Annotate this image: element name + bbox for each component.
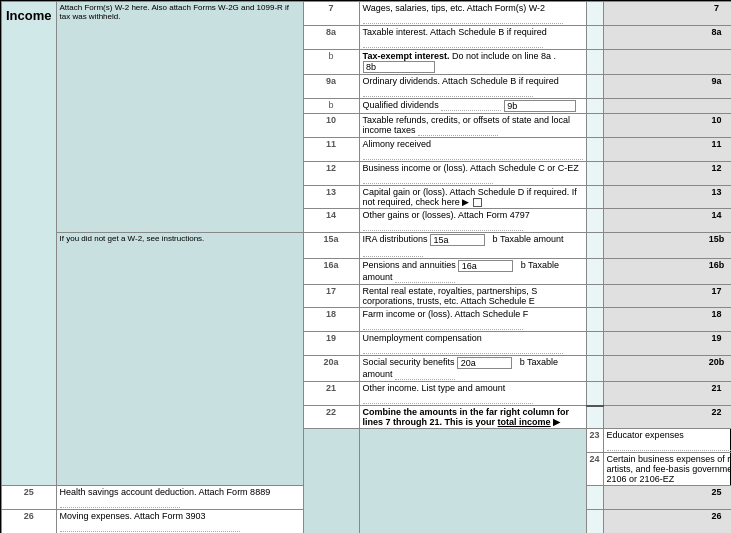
line-11-num: 11: [303, 138, 359, 162]
line-8a-input[interactable]: [586, 26, 603, 50]
line-16b-input[interactable]: [586, 259, 603, 285]
line-25-input[interactable]: [586, 486, 603, 510]
line-21-desc: Other income. List type and amount: [359, 382, 586, 406]
line-17-num: 17: [303, 285, 359, 308]
line-8b-desc: Tax-exempt interest. Do not include on l…: [359, 50, 586, 75]
line-18-input[interactable]: [586, 308, 603, 332]
line-21-end: 21: [603, 382, 731, 406]
income-side-note-1: Attach Form(s) W-2 here. Also attach For…: [56, 2, 303, 233]
line-13-desc: Capital gain or (loss). Attach Schedule …: [359, 186, 586, 209]
line-23-num: 23: [586, 429, 603, 453]
line-13-end: 13: [603, 186, 731, 209]
line-14-num: 14: [303, 209, 359, 233]
line-20a-desc: Social security benefits 20a b Taxable a…: [359, 356, 586, 382]
line-22-end: 22: [603, 406, 731, 429]
line-15a-inline-input[interactable]: 15a: [430, 234, 485, 246]
line-17-end: 17: [603, 285, 731, 308]
line-18-num: 18: [303, 308, 359, 332]
line-9a-input[interactable]: [586, 75, 603, 99]
income-header: Income: [2, 2, 57, 486]
line-20b-end: 20b: [603, 356, 731, 382]
line-9a-num: 9a: [303, 75, 359, 99]
line-8a-num: 8a: [303, 26, 359, 50]
line-26-num: 26: [2, 510, 57, 533]
line-12-desc: Business income or (loss). Attach Schedu…: [359, 162, 586, 186]
line-19-input[interactable]: [586, 332, 603, 356]
line-22-input[interactable]: [586, 406, 603, 429]
line-15a-desc: IRA distributions 15a b Taxable amount: [359, 233, 586, 259]
line-8a-end: 8a: [603, 26, 731, 50]
line-23-desc: Educator expenses: [603, 429, 731, 453]
line-13-input[interactable]: [586, 186, 603, 209]
line-8a-desc: Taxable interest. Attach Schedule B if r…: [359, 26, 586, 50]
line-9b-right: [586, 99, 603, 114]
line-11-input[interactable]: [586, 138, 603, 162]
line-9b-num: b: [303, 99, 359, 114]
line-26-desc: Moving expenses. Attach Form 3903: [56, 510, 303, 533]
line-15b-end: 15b: [603, 233, 731, 259]
line-19-end: 19: [603, 332, 731, 356]
line-10-input[interactable]: [586, 114, 603, 138]
line-8b-right: [586, 50, 603, 75]
line-13-checkbox[interactable]: [473, 198, 482, 207]
line-12-input[interactable]: [586, 162, 603, 186]
line-22-desc: Combine the amounts in the far right col…: [359, 406, 586, 429]
line-9b-end: [603, 99, 731, 114]
line-10-desc: Taxable refunds, credits, or offsets of …: [359, 114, 586, 138]
line-7-end: 7: [603, 2, 731, 26]
line-16a-num: 16a: [303, 259, 359, 285]
line-8b-inline-input[interactable]: 8b: [363, 61, 435, 73]
line-26-end: 26: [603, 510, 731, 533]
line-20a-num: 20a: [303, 356, 359, 382]
line-12-end: 12: [603, 162, 731, 186]
line-19-num: 19: [303, 332, 359, 356]
line-16b-end: 16b: [603, 259, 731, 285]
line-26-input[interactable]: [586, 510, 603, 533]
line-20b-input[interactable]: [586, 356, 603, 382]
line-21-input[interactable]: [586, 382, 603, 406]
line-11-desc: Alimony received: [359, 138, 586, 162]
line-12-num: 12: [303, 162, 359, 186]
line-14-end: 14: [603, 209, 731, 233]
line-11-end: 11: [603, 138, 731, 162]
income-side-note-2: If you did not get a W-2, see instructio…: [56, 233, 303, 486]
line-18-desc: Farm income or (loss). Attach Schedule F: [359, 308, 586, 332]
line-13-num: 13: [303, 186, 359, 209]
line-24-num: 24: [586, 453, 603, 486]
line-14-input[interactable]: [586, 209, 603, 233]
line-14-desc: Other gains or (losses). Attach Form 479…: [359, 209, 586, 233]
line-10-num: 10: [303, 114, 359, 138]
line-7-num: 7: [303, 2, 359, 26]
line-25-desc: Health savings account deduction. Attach…: [56, 486, 303, 510]
line-24-desc: Certain business expenses of reservists,…: [603, 453, 731, 486]
line-9b-inline-input[interactable]: 9b: [504, 100, 576, 112]
line-21-num: 21: [303, 382, 359, 406]
adjusted-header: Adjusted Gross Income: [303, 429, 359, 533]
line-16a-desc: Pensions and annuities 16a b Taxable amo…: [359, 259, 586, 285]
line-16a-inline-input[interactable]: 16a: [458, 260, 513, 272]
line-25-num: 25: [2, 486, 57, 510]
line-22-num: 22: [303, 406, 359, 429]
line-9a-end: 9a: [603, 75, 731, 99]
line-7-desc: Wages, salaries, tips, etc. Attach Form(…: [359, 2, 586, 26]
line-17-input[interactable]: [586, 285, 603, 308]
line-9a-desc: Ordinary dividends. Attach Schedule B if…: [359, 75, 586, 99]
line-15b-input[interactable]: [586, 233, 603, 259]
line-20a-inline-input[interactable]: 20a: [457, 357, 512, 369]
line-8b-end: [603, 50, 731, 75]
line-18-end: 18: [603, 308, 731, 332]
line-17-desc: Rental real estate, royalties, partnersh…: [359, 285, 586, 308]
line-7-input[interactable]: [586, 2, 603, 26]
line-25-end: 25: [603, 486, 731, 510]
line-19-desc: Unemployment compensation: [359, 332, 586, 356]
line-15a-num: 15a: [303, 233, 359, 259]
line-8b-num: b: [303, 50, 359, 75]
adjusted-side: [359, 429, 586, 533]
line-9b-desc: Qualified dividends 9b: [359, 99, 586, 114]
line-10-end: 10: [603, 114, 731, 138]
